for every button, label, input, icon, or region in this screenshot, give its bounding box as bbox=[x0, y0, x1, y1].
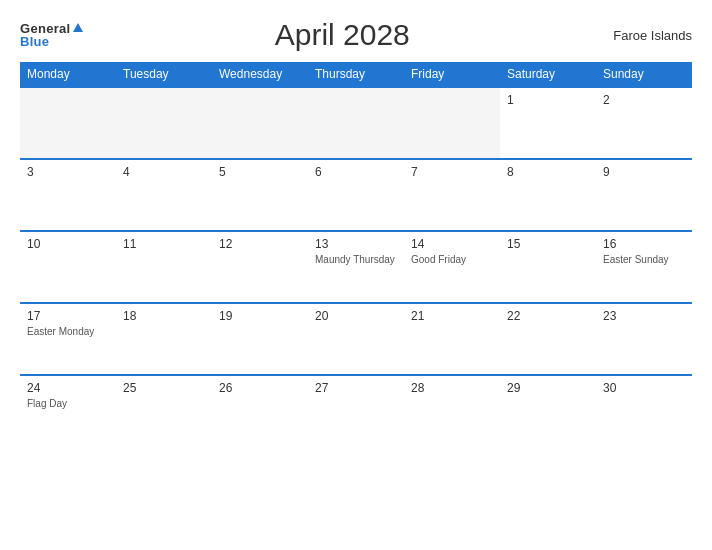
day-number: 30 bbox=[603, 381, 685, 395]
calendar-cell: 29 bbox=[500, 375, 596, 447]
day-number: 14 bbox=[411, 237, 493, 251]
weekday-header-monday: Monday bbox=[20, 62, 116, 87]
weekday-header-friday: Friday bbox=[404, 62, 500, 87]
day-number: 5 bbox=[219, 165, 301, 179]
calendar-cell: 18 bbox=[116, 303, 212, 375]
day-number: 2 bbox=[603, 93, 685, 107]
day-number: 25 bbox=[123, 381, 205, 395]
holiday-label: Flag Day bbox=[27, 397, 109, 410]
month-title: April 2028 bbox=[83, 18, 602, 52]
holiday-label: Easter Sunday bbox=[603, 253, 685, 266]
region-label: Faroe Islands bbox=[602, 28, 692, 43]
calendar-cell: 22 bbox=[500, 303, 596, 375]
calendar-cell bbox=[212, 87, 308, 159]
calendar: MondayTuesdayWednesdayThursdayFridaySatu… bbox=[20, 62, 692, 447]
calendar-week-5: 24Flag Day252627282930 bbox=[20, 375, 692, 447]
calendar-cell: 17Easter Monday bbox=[20, 303, 116, 375]
day-number: 20 bbox=[315, 309, 397, 323]
calendar-week-3: 10111213Maundy Thursday14Good Friday1516… bbox=[20, 231, 692, 303]
calendar-cell: 8 bbox=[500, 159, 596, 231]
logo: General Blue bbox=[20, 22, 83, 48]
day-number: 17 bbox=[27, 309, 109, 323]
calendar-cell: 21 bbox=[404, 303, 500, 375]
calendar-body: 12345678910111213Maundy Thursday14Good F… bbox=[20, 87, 692, 447]
calendar-week-4: 17Easter Monday181920212223 bbox=[20, 303, 692, 375]
logo-triangle-icon bbox=[73, 23, 83, 32]
calendar-cell: 12 bbox=[212, 231, 308, 303]
day-number: 29 bbox=[507, 381, 589, 395]
calendar-cell: 9 bbox=[596, 159, 692, 231]
calendar-cell: 15 bbox=[500, 231, 596, 303]
calendar-cell: 28 bbox=[404, 375, 500, 447]
calendar-cell: 27 bbox=[308, 375, 404, 447]
weekday-header-saturday: Saturday bbox=[500, 62, 596, 87]
calendar-header: MondayTuesdayWednesdayThursdayFridaySatu… bbox=[20, 62, 692, 87]
day-number: 19 bbox=[219, 309, 301, 323]
day-number: 13 bbox=[315, 237, 397, 251]
day-number: 4 bbox=[123, 165, 205, 179]
day-number: 10 bbox=[27, 237, 109, 251]
weekday-header-wednesday: Wednesday bbox=[212, 62, 308, 87]
weekday-header-sunday: Sunday bbox=[596, 62, 692, 87]
calendar-cell: 23 bbox=[596, 303, 692, 375]
calendar-cell: 14Good Friday bbox=[404, 231, 500, 303]
calendar-cell: 1 bbox=[500, 87, 596, 159]
header: General Blue April 2028 Faroe Islands bbox=[20, 18, 692, 52]
weekday-row: MondayTuesdayWednesdayThursdayFridaySatu… bbox=[20, 62, 692, 87]
calendar-cell bbox=[308, 87, 404, 159]
weekday-header-thursday: Thursday bbox=[308, 62, 404, 87]
day-number: 12 bbox=[219, 237, 301, 251]
day-number: 23 bbox=[603, 309, 685, 323]
calendar-cell: 25 bbox=[116, 375, 212, 447]
day-number: 8 bbox=[507, 165, 589, 179]
holiday-label: Good Friday bbox=[411, 253, 493, 266]
calendar-cell: 2 bbox=[596, 87, 692, 159]
calendar-cell: 20 bbox=[308, 303, 404, 375]
calendar-week-2: 3456789 bbox=[20, 159, 692, 231]
holiday-label: Easter Monday bbox=[27, 325, 109, 338]
calendar-cell: 10 bbox=[20, 231, 116, 303]
calendar-cell: 5 bbox=[212, 159, 308, 231]
day-number: 18 bbox=[123, 309, 205, 323]
day-number: 15 bbox=[507, 237, 589, 251]
calendar-cell: 7 bbox=[404, 159, 500, 231]
day-number: 3 bbox=[27, 165, 109, 179]
calendar-cell: 3 bbox=[20, 159, 116, 231]
calendar-week-1: 12 bbox=[20, 87, 692, 159]
day-number: 21 bbox=[411, 309, 493, 323]
calendar-cell bbox=[404, 87, 500, 159]
page: General Blue April 2028 Faroe Islands Mo… bbox=[0, 0, 712, 550]
holiday-label: Maundy Thursday bbox=[315, 253, 397, 266]
weekday-header-tuesday: Tuesday bbox=[116, 62, 212, 87]
day-number: 24 bbox=[27, 381, 109, 395]
day-number: 7 bbox=[411, 165, 493, 179]
calendar-cell bbox=[116, 87, 212, 159]
day-number: 1 bbox=[507, 93, 589, 107]
calendar-cell: 11 bbox=[116, 231, 212, 303]
calendar-cell: 4 bbox=[116, 159, 212, 231]
calendar-cell: 6 bbox=[308, 159, 404, 231]
logo-blue-text: Blue bbox=[20, 35, 49, 48]
calendar-cell: 13Maundy Thursday bbox=[308, 231, 404, 303]
day-number: 16 bbox=[603, 237, 685, 251]
calendar-cell: 30 bbox=[596, 375, 692, 447]
day-number: 22 bbox=[507, 309, 589, 323]
day-number: 9 bbox=[603, 165, 685, 179]
day-number: 26 bbox=[219, 381, 301, 395]
calendar-cell bbox=[20, 87, 116, 159]
calendar-cell: 19 bbox=[212, 303, 308, 375]
day-number: 11 bbox=[123, 237, 205, 251]
calendar-cell: 24Flag Day bbox=[20, 375, 116, 447]
calendar-cell: 26 bbox=[212, 375, 308, 447]
day-number: 6 bbox=[315, 165, 397, 179]
day-number: 28 bbox=[411, 381, 493, 395]
day-number: 27 bbox=[315, 381, 397, 395]
calendar-cell: 16Easter Sunday bbox=[596, 231, 692, 303]
